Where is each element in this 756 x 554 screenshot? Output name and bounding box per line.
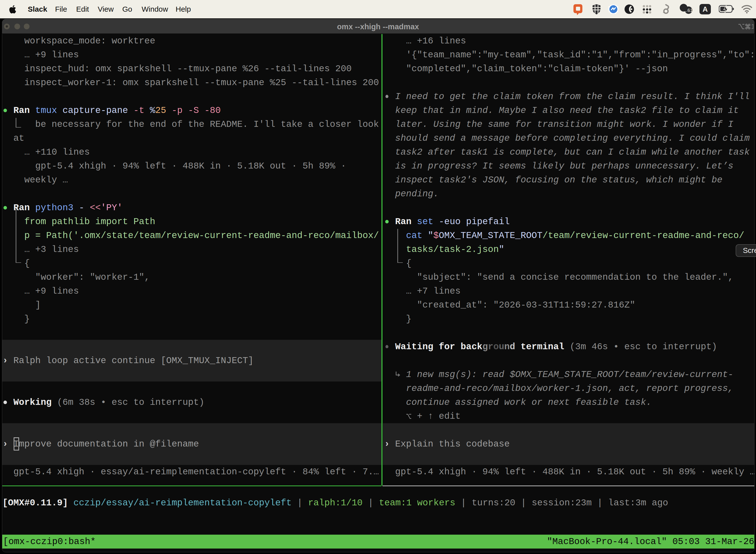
svg-text:1: 1 — [751, 22, 754, 30]
svg-text:..61: ..61 — [685, 8, 693, 13]
